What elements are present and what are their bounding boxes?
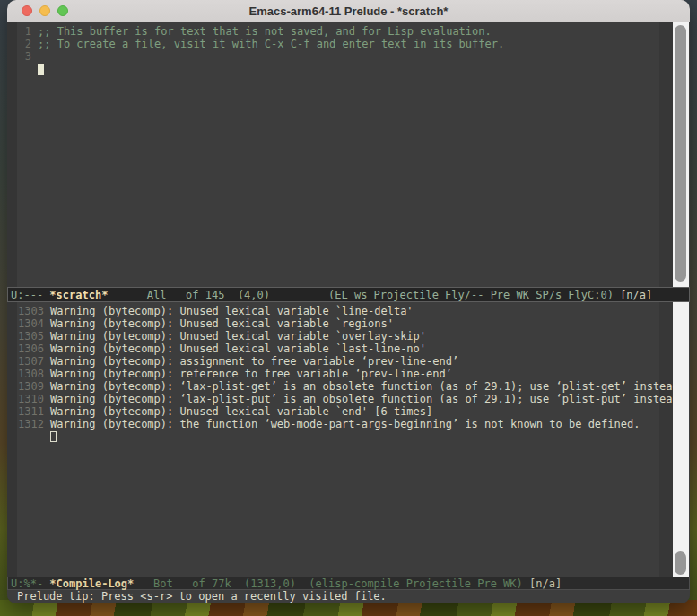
compile-log-scrollbar[interactable] (673, 302, 689, 577)
modeline-compile-log[interactable]: U:%*- *Compile-Log* Bot of 77k (1313,0) … (7, 577, 690, 590)
line-text: Warning (bytecomp): assignment to free v… (50, 355, 458, 368)
line-text: Warning (bytecomp): Unused lexical varia… (50, 305, 414, 317)
buffer-line: 1;; This buffer is for text that is not … (17, 25, 659, 38)
compile-log-text: 1303Warning (bytecomp): Unused lexical v… (17, 305, 659, 443)
left-fringe (7, 22, 17, 287)
modeline-position: Bot of 77k (1313,0) (134, 577, 309, 590)
line-number: 1312 (17, 418, 44, 430)
modeline-scratch[interactable]: U:--- *scratch* All of 145 (4,0) (EL ws … (7, 287, 690, 302)
left-fringe (7, 302, 17, 577)
buffer-line: 1305Warning (bytecomp): Unused lexical v… (17, 330, 659, 343)
line-text: ;; To create a file, visit it with C-x C… (38, 38, 504, 50)
scratch-buffer-pane[interactable]: 1;; This buffer is for text that is not … (7, 22, 690, 287)
titlebar[interactable]: Emacs-arm64-11 Prelude - *scratch* (7, 0, 690, 22)
text-cursor-hollow (50, 431, 57, 442)
line-number: 1304 (17, 317, 44, 330)
modeline-input-method: [n/a] (529, 577, 562, 590)
buffer-line (17, 430, 659, 443)
echo-area[interactable]: Prelude tip: Press <s-r> to open a recen… (7, 590, 690, 603)
compile-log-pane[interactable]: 1303Warning (bytecomp): Unused lexical v… (7, 302, 690, 577)
modeline-position: All of 145 (4,0) (108, 289, 328, 301)
line-text: Warning (bytecomp): the function ‘web-mo… (50, 418, 640, 430)
scratch-scrollbar-thumb[interactable] (675, 25, 686, 282)
modeline-modes[interactable]: (elisp-compile Projectile Pre WK) (309, 577, 529, 590)
modeline-buffer-name[interactable]: *Compile-Log* (49, 577, 134, 590)
line-number: 1309 (17, 380, 44, 393)
line-number: 1308 (17, 368, 44, 380)
modeline-prefix: U:--- (11, 289, 49, 301)
buffer-line: 1304Warning (bytecomp): Unused lexical v… (17, 317, 659, 330)
line-number: 1303 (17, 305, 44, 317)
right-fringe (659, 302, 673, 577)
buffer-line: 3 (17, 50, 659, 63)
line-text: Warning (bytecomp): ‘lax-plist-get’ is a… (50, 380, 685, 393)
buffer-line: 1309Warning (bytecomp): ‘lax-plist-get’ … (17, 380, 659, 393)
line-text: Warning (bytecomp): reference to free va… (50, 368, 452, 380)
line-number: 1306 (17, 343, 44, 355)
buffer-line: 1312Warning (bytecomp): the function ‘we… (17, 418, 659, 430)
line-text: ;; This buffer is for text that is not s… (38, 25, 492, 38)
text-cursor-block (38, 64, 44, 75)
buffer-line: 1307Warning (bytecomp): assignment to fr… (17, 355, 659, 368)
line-text: Warning (bytecomp): Unused lexical varia… (50, 317, 394, 330)
line-number: 3 (17, 50, 31, 63)
line-text: Warning (bytecomp): Unused lexical varia… (50, 330, 426, 343)
line-text: Warning (bytecomp): ‘lax-plist-put’ is a… (50, 393, 685, 405)
buffer-line: 1303Warning (bytecomp): Unused lexical v… (17, 305, 659, 317)
right-fringe (659, 22, 673, 287)
line-number: 1305 (17, 330, 44, 343)
line-number: 1311 (17, 405, 44, 418)
modeline-modes[interactable]: (EL ws Projectile Fly/-- Pre WK SP/s Fly… (328, 289, 620, 301)
modeline-prefix: U:%*- (11, 577, 49, 590)
line-number: 1307 (17, 355, 44, 368)
scratch-scrollbar[interactable] (673, 22, 689, 287)
line-text: Warning (bytecomp): Unused lexical varia… (50, 343, 426, 355)
modeline-input-method: [n/a] (620, 289, 652, 301)
buffer-line: 2;; To create a file, visit it with C-x … (17, 38, 659, 50)
buffer-line (17, 63, 659, 75)
window-title: Emacs-arm64-11 Prelude - *scratch* (7, 4, 690, 18)
emacs-window: Emacs-arm64-11 Prelude - *scratch* 1;; T… (7, 0, 690, 603)
line-text: Warning (bytecomp): Unused lexical varia… (50, 405, 432, 418)
line-number: 1 (17, 25, 31, 38)
buffer-line: 1311Warning (bytecomp): Unused lexical v… (17, 405, 659, 418)
line-number: 2 (17, 38, 31, 50)
buffer-line: 1310Warning (bytecomp): ‘lax-plist-put’ … (17, 393, 659, 405)
modeline-buffer-name[interactable]: *scratch* (49, 289, 108, 301)
scratch-buffer-text: 1;; This buffer is for text that is not … (17, 25, 659, 75)
buffer-line: 1308Warning (bytecomp): reference to fre… (17, 368, 659, 380)
compile-log-scrollbar-thumb[interactable] (675, 551, 686, 575)
buffer-line: 1306Warning (bytecomp): Unused lexical v… (17, 343, 659, 355)
line-number: 1310 (17, 393, 44, 405)
